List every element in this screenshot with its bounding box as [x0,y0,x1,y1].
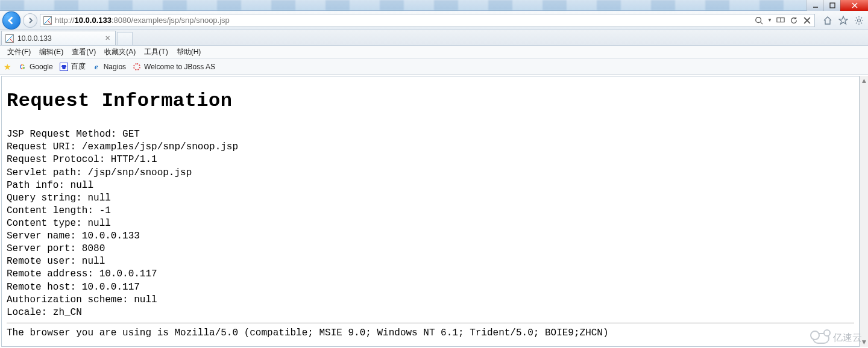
menu-tools[interactable]: 工具(T) [140,46,171,58]
os-blur-strip [0,0,826,10]
ie-navigation-bar: http://10.0.0.133:8080/examples/jsp/snp/… [0,11,868,30]
forward-button[interactable] [23,13,37,28]
svg-rect-1 [830,3,835,8]
info-line: Servlet path: /jsp/snp/snoop.jsp [7,167,854,179]
info-line: Request Protocol: HTTP/1.1 [7,154,854,166]
fav-link-baidu[interactable]: 百度 [59,61,86,72]
search-icon[interactable] [754,16,764,25]
menu-edit[interactable]: 编辑(E) [36,46,67,58]
tab-title: 10.0.0.133 [17,34,52,43]
close-button[interactable] [840,0,868,11]
scroll-up-icon[interactable]: ▲ [860,76,868,85]
fav-link-nagios[interactable]: eNagios [92,62,126,72]
page-content: Request Information JSP Request Method: … [2,76,859,346]
info-line: Authorization scheme: null [7,294,854,306]
url-scheme: http:// [55,16,75,25]
menu-bar: 文件(F) 编辑(E) 查看(V) 收藏夹(A) 工具(T) 帮助(H) [0,46,868,59]
add-favorite-icon[interactable]: ★ [4,62,11,72]
svg-point-11 [858,19,861,22]
svg-line-5 [761,22,763,24]
vertical-scrollbar[interactable]: ▲ ▼ [860,76,868,347]
fav-label-nagios: Nagios [104,63,126,71]
google-icon: G [17,62,27,72]
address-text: http://10.0.0.133:8080/examples/jsp/snp/… [55,16,750,25]
user-agent-line: The browser you are using is Mozilla/5.0… [7,327,854,340]
page-heading: Request Information [7,89,854,114]
jboss-icon [132,62,142,72]
address-bar[interactable]: http://10.0.0.133:8080/examples/jsp/snp/… [40,14,815,27]
url-host: 10.0.0.133 [75,16,112,25]
window-controls [807,0,868,11]
tools-gear-icon[interactable] [854,15,864,26]
tab-favicon [5,34,14,43]
search-dropdown-icon[interactable]: ▼ [767,17,772,23]
svg-point-4 [756,17,761,22]
menu-help[interactable]: 帮助(H) [173,46,205,58]
info-line: Server name: 10.0.0.133 [7,230,854,243]
minimize-button[interactable] [807,0,823,11]
refresh-icon[interactable] [789,16,799,25]
fav-label-google: Google [30,63,53,71]
menu-file[interactable]: 文件(F) [4,46,34,58]
menu-favorites[interactable]: 收藏夹(A) [101,46,139,58]
info-line: JSP Request Method: GET [7,128,854,141]
address-right-controls: ▼ [750,16,812,25]
info-line: Remote address: 10.0.0.117 [7,268,854,281]
tab-strip: 10.0.0.133 ✕ [0,30,868,46]
info-line: Path info: null [7,179,854,192]
url-path: :8080/examples/jsp/snp/snoop.jsp [112,16,230,25]
info-line: Content type: null [7,217,854,230]
info-line: Locale: zh_CN [7,306,854,319]
favorites-bar: ★ GGoogle 百度 eNagios Welcome to JBoss AS [0,59,868,75]
os-titlebar [0,0,868,11]
fav-label-jboss: Welcome to JBoss AS [144,63,215,71]
maximize-button[interactable] [823,0,840,11]
divider [7,323,854,323]
info-line: Query string: null [7,192,854,205]
content-viewport: Request Information JSP Request Method: … [1,76,860,347]
info-line: Request URI: /examples/jsp/snp/snoop.jsp [7,141,854,154]
tab-close-icon[interactable]: ✕ [104,34,112,42]
scroll-down-icon[interactable]: ▼ [860,337,868,347]
info-line: Remote user: null [7,255,854,268]
svg-marker-10 [839,16,848,24]
info-line: Remote host: 10.0.0.117 [7,281,854,294]
home-icon[interactable] [822,15,833,26]
info-line: Server port: 8080 [7,243,854,255]
favorites-star-icon[interactable] [838,15,849,26]
fav-label-baidu: 百度 [71,61,86,72]
baidu-icon [59,62,69,72]
tab-active[interactable]: 10.0.0.133 ✕ [1,31,116,45]
ie-command-buttons [817,15,864,26]
site-favicon [43,16,52,25]
back-button[interactable] [2,11,20,30]
broken-image-icon [43,16,52,25]
new-tab-button[interactable] [117,32,133,45]
stop-icon[interactable] [802,16,812,25]
info-line: Content length: -1 [7,205,854,217]
fav-link-google[interactable]: GGoogle [17,62,53,72]
menu-view[interactable]: 查看(V) [68,46,99,58]
compat-view-icon[interactable] [776,16,785,25]
fav-link-jboss[interactable]: Welcome to JBoss AS [132,62,215,72]
ie-page-icon: e [92,62,101,72]
